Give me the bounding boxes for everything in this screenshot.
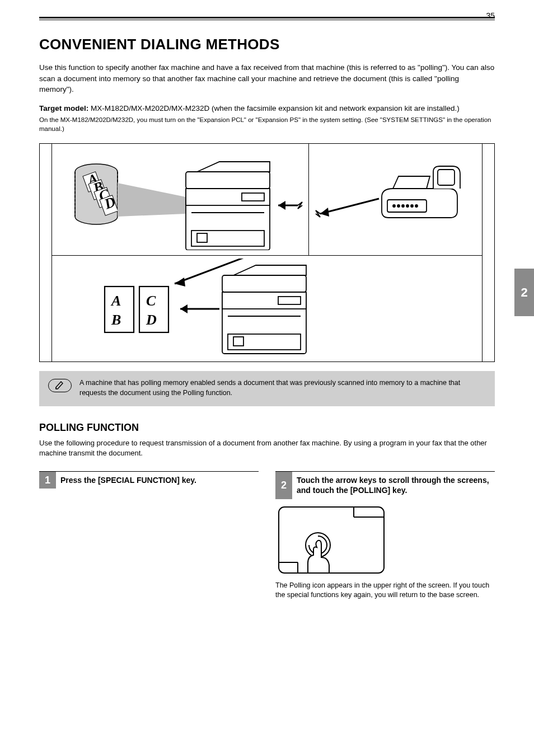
svg-text:A: A <box>110 293 121 309</box>
subsection-heading: POLLING FUNCTION <box>39 422 495 434</box>
note-box: A machine that has polling memory enable… <box>39 371 495 406</box>
step-number: 1 <box>39 472 56 489</box>
step-2: 2 Touch the arrow keys to scroll through… <box>275 471 495 600</box>
target-label: Target model: <box>39 104 91 112</box>
note-text: A machine that has polling memory enable… <box>79 378 486 398</box>
svg-rect-43 <box>228 316 301 317</box>
svg-point-26 <box>402 205 404 207</box>
svg-rect-46 <box>278 297 301 304</box>
remote-fax-illustration <box>315 155 477 245</box>
svg-text:C: C <box>146 293 156 309</box>
svg-rect-13 <box>191 212 264 213</box>
step-number: 2 <box>275 472 292 499</box>
svg-point-29 <box>415 205 418 207</box>
page-title: CONVENIENT DIALING METHODS <box>39 36 495 53</box>
svg-marker-9 <box>118 183 186 217</box>
step-body: The Polling icon appears in the upper ri… <box>275 581 495 600</box>
step-title: Touch the arrow keys to scroll through t… <box>292 471 495 499</box>
left-bar <box>40 144 52 362</box>
svg-point-25 <box>397 205 400 207</box>
svg-point-24 <box>393 205 395 207</box>
svg-line-20 <box>320 199 379 214</box>
chapter-tab: 2 <box>514 269 534 316</box>
your-machine-illustration: A B C D <box>57 149 303 250</box>
svg-marker-21 <box>320 208 329 217</box>
right-bar <box>483 144 495 362</box>
steps-columns: 1 Press the [SPECIAL FUNCTION] key. 2 To… <box>39 471 495 600</box>
target-text: MX-M182D/MX-M202D/MX-M232D (when the fac… <box>91 104 460 112</box>
header-rule <box>39 17 495 20</box>
cell-output: A B C D <box>51 256 483 362</box>
step-1: 1 Press the [SPECIAL FUNCTION] key. <box>39 471 259 600</box>
svg-rect-45 <box>233 337 243 346</box>
target-line: Target model: MX-M182D/MX-M202D/MX-M232D… <box>39 103 495 114</box>
cell-your-machine: A B C D <box>51 144 309 256</box>
cell-remote-machine <box>309 144 483 256</box>
step-title: Press the [SPECIAL FUNCTION] key. <box>56 471 259 489</box>
svg-rect-42 <box>222 275 306 292</box>
svg-rect-15 <box>197 233 207 242</box>
svg-text:B: B <box>111 312 121 328</box>
svg-rect-22 <box>438 170 455 185</box>
svg-point-27 <box>406 205 409 207</box>
page-number: 35 <box>486 11 495 20</box>
svg-text:D: D <box>146 312 157 328</box>
output-illustration: A B C D <box>54 259 480 359</box>
svg-marker-18 <box>278 201 285 210</box>
polling-diagram: A B C D <box>39 143 495 362</box>
control-panel-illustration <box>275 504 387 576</box>
settings-note: On the MX-M182/M202D/M232D, you must tur… <box>39 116 495 133</box>
svg-rect-12 <box>186 172 270 189</box>
subsection-intro: Use the following procedure to request t… <box>39 438 495 459</box>
intro-paragraph: Use this function to specify another fax… <box>39 62 495 95</box>
svg-marker-37 <box>180 304 188 313</box>
pencil-icon <box>55 381 65 390</box>
svg-point-28 <box>411 205 413 207</box>
note-icon <box>48 379 72 392</box>
svg-marker-39 <box>175 278 185 287</box>
svg-rect-16 <box>242 193 264 201</box>
